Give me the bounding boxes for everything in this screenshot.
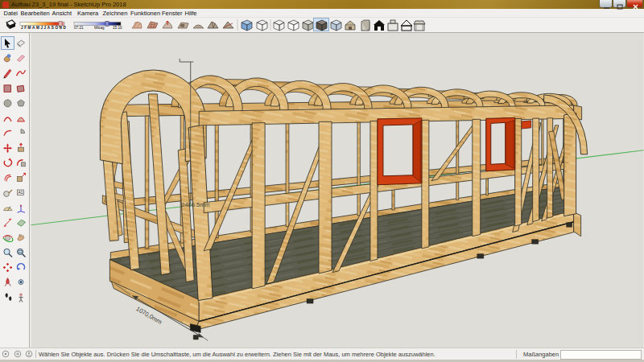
svg-text:JFMAMJJASOND: JFMAMJJASOND [21,26,67,30]
svg-text:Mittag: Mittag [94,26,105,30]
svg-text:2466.5mm: 2466.5mm [181,201,209,208]
svg-text:A1: A1 [19,190,23,195]
svg-text:07:21: 07:21 [74,26,84,30]
svg-text:15:10: 15:10 [113,26,122,30]
